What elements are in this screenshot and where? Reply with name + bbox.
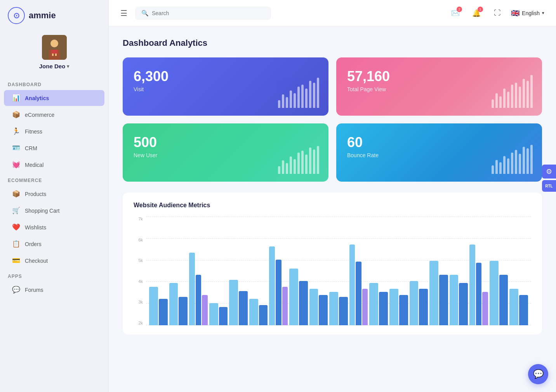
svg-rect-4 [52,54,54,56]
settings-gear-button[interactable]: ⚙ [542,165,556,179]
bar-group [309,289,328,325]
stat-chart-visit [278,78,319,108]
rtl-toggle-button[interactable]: RTL [542,180,556,192]
chart-bar [399,295,408,325]
stat-chart-pageviews [492,75,533,108]
lang-chevron-icon: ▾ [542,10,544,16]
language-selector[interactable]: 🇬🇧 English ▾ [511,9,544,17]
bar [286,163,288,174]
crm-icon: 🪪 [12,144,20,152]
bar-group [469,245,488,325]
notification-button[interactable]: 🔔 1 [469,6,484,21]
bar-group [369,283,388,325]
chart-bar [469,245,475,325]
content-area: Dashboard Analytics 6,300 Visit [109,26,556,392]
sidebar-item-products[interactable]: 📦 Products [4,186,104,202]
user-section: Jone Deo ▾ [0,31,108,77]
chart-bar [159,299,168,325]
sidebar-item-label: eCommerce [25,112,54,118]
chart-bar [439,275,448,325]
dashboard-section-label: Dashboard [0,77,108,90]
bar-group [269,246,288,325]
stat-card-visit: 6,300 Visit [123,57,328,116]
chart-bar [349,245,355,325]
sidebar-item-analytics[interactable]: 📊 Analytics [4,90,104,106]
main-area: ☰ 🔍 ✉️ 2 🔔 1 ⛶ 🇬🇧 English ▾ D [109,0,556,392]
bar [282,94,284,108]
medical-icon: 💓 [12,161,20,169]
analytics-icon: 📊 [12,94,20,102]
bar [317,146,319,174]
sidebar-item-crm[interactable]: 🪪 CRM [4,140,104,156]
chart-bar [209,303,218,325]
chart-bar [282,287,288,325]
sidebar-item-label: Analytics [25,95,49,101]
sidebar-item-label: Checkout [25,258,48,264]
sidebar-item-shopping-cart[interactable]: 🛒 Shopping Cart [4,203,104,219]
chart-bar [189,253,195,325]
user-name[interactable]: Jone Deo ▾ [39,63,70,69]
stat-chart-newuser [278,146,319,174]
bar [297,153,300,174]
y-label: 4k [134,279,143,284]
bar [301,85,304,108]
header: ☰ 🔍 ✉️ 2 🔔 1 ⛶ 🇬🇧 English ▾ [109,0,556,26]
bar-group [509,289,528,325]
chat-button[interactable]: 💬 [528,364,548,384]
logo-text: ammie [29,10,56,21]
logo-icon: ⊙ [8,7,25,24]
sidebar-item-medical[interactable]: 💓 Medical [4,157,104,173]
stats-grid: 6,300 Visit [123,57,542,182]
sidebar-item-forums[interactable]: 💬 Forums [4,282,104,298]
chart-bar [269,246,275,325]
chart-bar [149,287,158,325]
bar [317,78,319,108]
chart-bar [289,269,298,325]
chart-bar [369,283,378,325]
bar [286,97,288,108]
bar-group [329,292,348,325]
svg-rect-5 [55,54,57,56]
avatar [42,35,67,60]
bar-group [389,289,408,325]
menu-button[interactable]: ☰ [120,9,127,18]
sidebar-item-fitness[interactable]: 🏃 Fitness [4,123,104,139]
bar [519,154,521,174]
chart-bar [356,262,361,325]
sidebar-item-wishlists[interactable]: ❤️ Wishlists [4,219,104,235]
chart-bar [419,289,428,325]
mail-badge: 2 [457,7,462,12]
bar-group [490,261,508,325]
search-bar: 🔍 [135,7,271,20]
sidebar-item-label: Forums [25,287,43,293]
svg-rect-3 [51,50,57,54]
chart-bar [259,305,268,325]
bar [523,147,525,174]
bar [301,151,304,174]
bar [511,85,513,108]
bar [495,93,498,108]
chart-bar [329,292,338,325]
bar [530,145,533,174]
bar [290,156,292,174]
search-input[interactable] [152,10,265,16]
chat-icon: 💬 [533,369,544,379]
bar [313,149,315,174]
sidebar-item-checkout[interactable]: 💳 Checkout [4,253,104,269]
bar [526,81,529,108]
bar [511,153,513,174]
sidebar-item-label: Medical [25,162,43,168]
chart-bar [410,281,419,325]
sidebar-item-ecommerce[interactable]: 📦 eCommerce [4,107,104,123]
mail-button[interactable]: ✉️ 2 [448,6,463,21]
bar [515,150,517,174]
fullscreen-button[interactable]: ⛶ [490,6,505,21]
bar [492,165,494,174]
fullscreen-icon: ⛶ [494,9,501,17]
bar-group [289,269,308,325]
sidebar-item-orders[interactable]: 📋 Orders [4,236,104,252]
chart-bar [202,295,208,325]
chart-bar [519,295,528,325]
bar [507,92,509,108]
chart-bar [219,307,228,325]
